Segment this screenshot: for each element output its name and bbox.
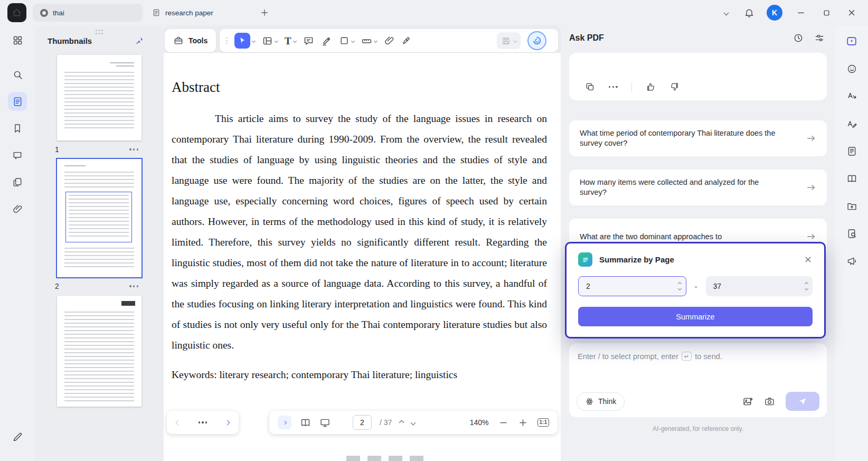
zoom-out-button[interactable] (498, 418, 508, 428)
translate-button[interactable] (842, 87, 861, 106)
pen-tool-button[interactable] (8, 427, 27, 446)
close-window-button[interactable] (841, 3, 863, 22)
toolbox-icon (173, 35, 184, 46)
ask-pdf-panel: Ask PDF (561, 25, 835, 461)
history-nav-bar (167, 411, 239, 434)
comment-tool[interactable] (303, 35, 314, 46)
actual-size-button[interactable]: 1:1 (537, 418, 549, 427)
cursor-icon (234, 33, 250, 49)
maximize-button[interactable] (815, 3, 837, 22)
sidebar-item-comments[interactable] (8, 146, 27, 165)
page-thumbnail-3[interactable] (57, 296, 141, 407)
forward-button[interactable] (225, 420, 230, 425)
tools-button[interactable]: Tools (165, 29, 216, 52)
stepper[interactable] (805, 283, 808, 290)
titlebar: thai research paper K (0, 0, 868, 25)
thumb-more-button[interactable] (129, 285, 138, 287)
save-icon (501, 36, 511, 46)
thumbs-up-icon[interactable] (646, 82, 656, 92)
from-page-field (578, 276, 686, 296)
summarize-button[interactable]: Summarize (578, 307, 813, 326)
summary-doc-icon (846, 146, 857, 157)
text-edit-icon (846, 118, 857, 129)
home-button[interactable] (7, 3, 26, 22)
page-thumbnail-2[interactable] (57, 159, 141, 277)
pin-icon[interactable] (134, 36, 144, 45)
comment-bubble-icon (303, 35, 314, 46)
measure-tool[interactable] (361, 35, 377, 46)
history-icon[interactable] (793, 33, 804, 43)
settings-sliders-icon[interactable] (814, 33, 825, 43)
ask-ai-panel-button[interactable] (842, 32, 861, 51)
emoji-feedback-button[interactable] (842, 59, 861, 78)
search-button[interactable] (8, 65, 27, 84)
more-button[interactable] (199, 421, 207, 423)
send-button[interactable] (786, 392, 819, 411)
thumb-line (64, 165, 86, 166)
panel-drag-handle[interactable] (96, 30, 103, 34)
pdf-page[interactable]: Abstract This article aims to survey the… (164, 53, 561, 461)
sidebar-item-attachments[interactable] (8, 200, 27, 219)
page-thumbnails-icon (12, 96, 23, 107)
to-page-input[interactable] (712, 281, 806, 291)
next-page-button[interactable] (411, 420, 416, 425)
tab-thai[interactable]: thai (33, 4, 143, 22)
page-number-input[interactable] (353, 415, 372, 430)
add-image-icon[interactable] (742, 396, 753, 407)
two-page-view-icon[interactable] (300, 417, 311, 428)
suggested-question[interactable]: How many items were collected and analyz… (569, 170, 827, 205)
thumbs-down-icon[interactable] (669, 82, 680, 92)
presentation-mode-icon[interactable] (319, 417, 331, 428)
sidebar-item-thumbnails[interactable] (8, 92, 27, 111)
suggested-question[interactable]: What time period of contemporary Thai li… (569, 120, 827, 156)
think-toggle[interactable]: Think (577, 392, 625, 411)
page-layout-tool[interactable] (262, 35, 278, 46)
apps-grid-button[interactable] (8, 31, 27, 50)
previous-page-button[interactable] (399, 420, 404, 425)
more-actions-button[interactable] (609, 86, 618, 88)
chat-composer[interactable]: Enter / to select prompt, enter ↵ to sen… (569, 343, 827, 417)
arrow-right-icon (806, 133, 816, 144)
copy-icon[interactable] (585, 82, 595, 92)
highlighter-tool[interactable] (321, 35, 332, 46)
square-shape-icon (339, 35, 350, 46)
thumb-more-button[interactable] (129, 148, 138, 150)
camera-icon[interactable] (764, 396, 775, 407)
tab-strip: thai research paper (33, 4, 272, 22)
attach-tool[interactable] (384, 35, 394, 46)
toolbar-drag-handle[interactable] (226, 37, 228, 44)
announcement-button[interactable] (842, 251, 861, 270)
thumb-text (64, 312, 134, 401)
notifications-button[interactable] (739, 3, 759, 22)
shape-tool[interactable] (339, 35, 354, 46)
sidebar-item-pages[interactable] (8, 173, 27, 192)
search-document-button[interactable] (842, 224, 861, 243)
avatar[interactable]: K (767, 5, 782, 21)
minimize-button[interactable] (790, 3, 812, 22)
summarize-document-button[interactable] (842, 142, 861, 161)
window-menu-button[interactable] (716, 3, 736, 22)
expand-panel-button[interactable] (278, 416, 291, 429)
back-button[interactable] (175, 420, 181, 425)
reader-layout-button[interactable] (842, 169, 861, 188)
save-button[interactable] (497, 32, 521, 49)
sidebar-item-bookmarks[interactable] (8, 119, 27, 138)
zoom-level[interactable]: 140% (470, 418, 489, 427)
text-edit-button[interactable] (842, 114, 861, 133)
home-icon (12, 7, 22, 18)
paper-plane-icon (798, 397, 807, 406)
signature-tool[interactable] (401, 35, 412, 46)
text-tool[interactable]: T (285, 36, 296, 46)
ai-panel-icon (846, 35, 857, 47)
export-folder-button[interactable] (842, 196, 861, 215)
close-icon[interactable] (804, 255, 813, 264)
select-tool[interactable] (234, 33, 255, 49)
tab-research-paper[interactable]: research paper (145, 4, 254, 22)
page-thumbnail-1[interactable] (57, 55, 141, 140)
zoom-in-button[interactable] (518, 418, 528, 428)
from-page-input[interactable] (585, 281, 678, 291)
ai-assistant-button[interactable] (527, 31, 546, 50)
stepper[interactable] (678, 283, 681, 290)
summarize-by-page-modal: Summarize by Page - Summarize (565, 242, 826, 338)
new-tab-button[interactable] (257, 5, 272, 21)
